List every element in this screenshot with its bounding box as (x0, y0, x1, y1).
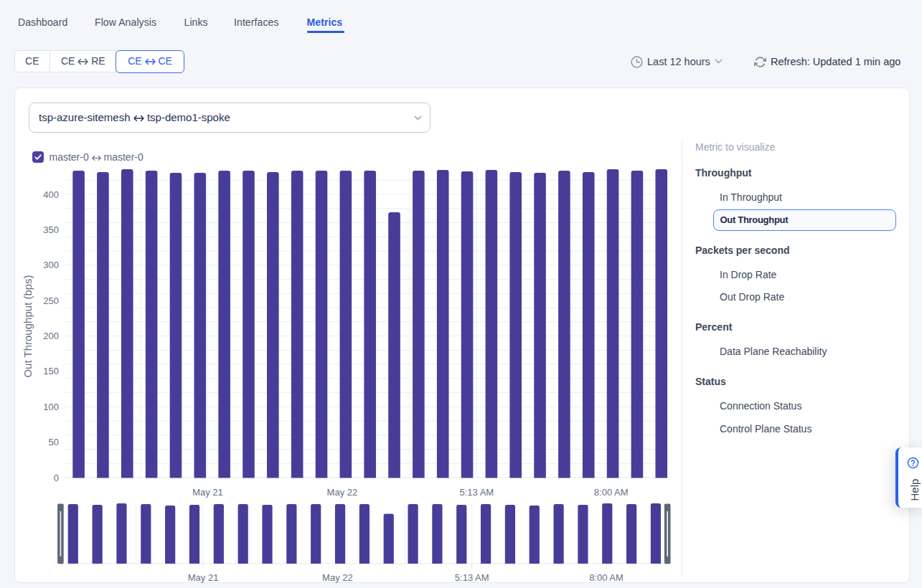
svg-text:8:00 AM: 8:00 AM (594, 487, 629, 498)
svg-text:300: 300 (43, 260, 59, 270)
svg-text:May 21: May 21 (188, 572, 219, 583)
svg-text:400: 400 (43, 189, 59, 200)
svg-text:May 22: May 22 (327, 487, 358, 498)
svg-text:150: 150 (43, 366, 59, 376)
svg-text:5:13 AM: 5:13 AM (459, 487, 494, 498)
svg-text:350: 350 (43, 224, 59, 235)
svg-text:8:00 AM: 8:00 AM (589, 572, 624, 583)
svg-text:250: 250 (43, 295, 59, 306)
svg-text:50: 50 (49, 437, 59, 447)
svg-text:May 22: May 22 (322, 572, 353, 583)
svg-text:May 21: May 21 (192, 487, 223, 498)
svg-text:100: 100 (43, 402, 59, 412)
svg-text:5:13 AM: 5:13 AM (455, 572, 489, 583)
svg-text:0: 0 (54, 473, 59, 483)
svg-text:Out Throughput (bps): Out Throughput (bps) (22, 275, 34, 377)
svg-text:200: 200 (43, 331, 59, 341)
